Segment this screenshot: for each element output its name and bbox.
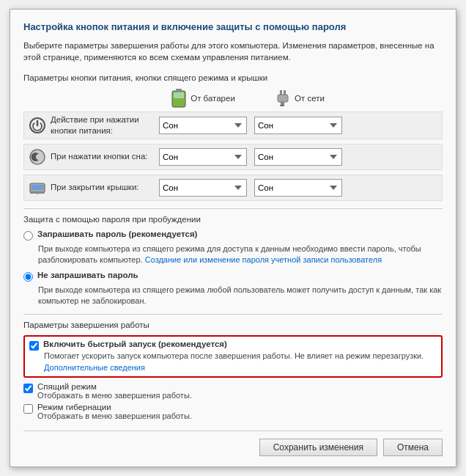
power-button-row: Действие при нажатии кнопки питания: Сон… [23, 111, 443, 139]
svg-rect-2 [174, 92, 184, 98]
power-button-power-select[interactable]: СонГибернацияЗавершение работы [254, 117, 342, 134]
power-button-icon [27, 115, 48, 136]
ask-password-label[interactable]: Запрашивать пароль (рекомендуется) [37, 230, 197, 238]
sleep-label: Спящий режим [37, 382, 192, 391]
hibernate-checkbox-row: Режим гибернации Отображать в меню завер… [23, 403, 443, 420]
lid-icon-svg [29, 179, 46, 197]
fast-startup-checkbox-row: Включить быстрый запуск (рекомендуется) [29, 340, 437, 351]
svg-rect-11 [32, 185, 43, 190]
column-headers: От батареи От сети [155, 88, 443, 109]
fast-startup-desc: Помогает ускорить запуск компьютера посл… [44, 351, 437, 373]
cancel-button[interactable]: Отмена [383, 439, 443, 456]
no-password-label[interactable]: Не запрашивать пароль [37, 271, 138, 279]
fast-startup-label: Включить быстрый запуск (рекомендуется) [43, 340, 227, 348]
divider-2 [23, 314, 443, 315]
dialog-subtitle: Выберите параметры завершения работы для… [23, 40, 443, 63]
ask-password-desc: При выходе компьютера из спящего режима … [38, 244, 443, 266]
lid-selects: СонГибернация СонГибернация [159, 179, 439, 197]
hibernate-desc: Отображать в меню завершения работы. [37, 411, 192, 420]
sleep-button-battery-select[interactable]: СонГибернация [159, 148, 247, 166]
save-button[interactable]: Сохранить изменения [259, 439, 377, 456]
svg-point-13 [36, 193, 39, 194]
power-button-label: Действие при нажатии кнопки питания: [51, 114, 159, 136]
sleep-checkbox-row: Спящий режим Отображать в меню завершени… [23, 382, 443, 400]
sleep-checkbox[interactable] [23, 384, 33, 393]
hibernate-checkbox[interactable] [23, 404, 33, 414]
fast-startup-box: Включить быстрый запуск (рекомендуется) … [23, 335, 443, 378]
no-password-desc: При выходе компьютера из спящего режима … [38, 285, 443, 307]
power-plug-icon [272, 90, 291, 106]
power-col-header: От сети [251, 90, 346, 106]
sleep-button-selects: СонГибернация СонГибернация [159, 148, 439, 166]
shutdown-section-title: Параметры завершения работы [23, 321, 443, 329]
svg-rect-5 [278, 95, 288, 102]
create-password-link[interactable]: Создание или изменение пароля учетной за… [145, 255, 382, 264]
sleep-desc: Отображать в меню завершения работы. [37, 391, 192, 400]
battery-label: От батареи [191, 94, 235, 103]
fast-startup-link[interactable]: Дополнительные сведения [44, 363, 145, 372]
sleep-icon [27, 147, 48, 167]
power-button-selects: СонГибернацияЗавершение работы СонГиберн… [159, 117, 439, 134]
svg-rect-1 [176, 89, 182, 92]
dialog-title: Настройка кнопок питания и включение защ… [23, 21, 443, 34]
lid-row: При закрытии крышки: СонГибернация СонГи… [23, 175, 443, 201]
ask-password-radio[interactable] [23, 231, 33, 241]
battery-icon [171, 88, 187, 109]
lid-icon [27, 177, 48, 198]
no-password-radio[interactable] [23, 272, 33, 282]
fast-startup-checkbox[interactable] [29, 341, 39, 351]
lid-label: При закрытии крышки: [51, 182, 159, 193]
hibernate-label: Режим гибернации [37, 403, 192, 411]
ask-password-radio-row: Запрашивать пароль (рекомендуется) [23, 230, 443, 241]
battery-col-header: От батареи [155, 88, 251, 109]
lid-battery-select[interactable]: СонГибернация [159, 179, 247, 197]
no-password-radio-row: Не запрашивать пароль [23, 271, 443, 282]
settings-dialog: Настройка кнопок питания и включение защ… [10, 9, 456, 467]
divider-1 [23, 208, 443, 209]
power-icon-svg [29, 117, 46, 134]
dialog-buttons: Сохранить изменения Отмена [23, 431, 443, 456]
battery-section-title: Параметры кнопки питания, кнопки спящего… [23, 73, 443, 82]
sleep-button-power-select[interactable]: СонГибернация [254, 148, 342, 166]
sleep-button-label: При нажатии кнопки сна: [51, 151, 159, 162]
password-section-title: Защита с помощью пароля при пробуждении [23, 215, 443, 224]
power-label: От сети [295, 94, 325, 103]
sleep-icon-svg [29, 148, 46, 166]
lid-power-select[interactable]: СонГибернация [254, 179, 342, 197]
sleep-button-row: При нажатии кнопки сна: СонГибернация Со… [23, 144, 443, 170]
power-button-battery-select[interactable]: СонГибернацияЗавершение работы [159, 117, 247, 134]
